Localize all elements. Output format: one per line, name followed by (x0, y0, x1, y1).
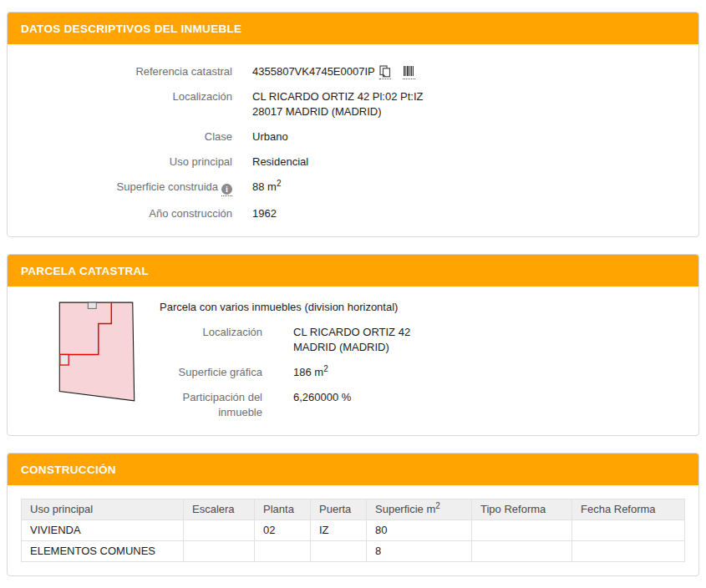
parcel-description: Parcela con varios inmuebles (division h… (160, 300, 685, 315)
section-datos-title: DATOS DESCRIPTIVOS DEL INMUEBLE (8, 13, 698, 44)
cell-uso: ELEMENTOS COMUNES (22, 541, 184, 562)
row-referencia-catastral: Referencia catastral 4355807VK4745E0007I… (21, 64, 685, 79)
parcela-localizacion-line2: MADRID (MADRID) (293, 340, 410, 355)
parcela-localizacion-line1: CL RICARDO ORTIZ 42 (293, 325, 410, 340)
row-localizacion: Localización CL RICARDO ORTIZ 42 Pl:02 P… (21, 89, 685, 119)
uso-principal-value: Residencial (252, 155, 308, 170)
clase-label: Clase (21, 129, 232, 144)
cell-planta (255, 541, 311, 562)
row-clase: Clase Urbano (21, 129, 685, 144)
cell-planta: 02 (255, 520, 311, 541)
referencia-catastral-value: 4355807VK4745E0007IP (252, 65, 375, 78)
localizacion-line1: CL RICARDO ORTIZ 42 Pl:02 Pt:IZ (252, 89, 423, 104)
localizacion-label: Localización (21, 89, 232, 119)
construction-table-header-row: Uso principal Escalera Planta Puerta Sup… (22, 499, 685, 520)
cell-tipo-reforma (472, 541, 572, 562)
cell-puerta: IZ (311, 520, 367, 541)
row-uso-principal: Uso principal Residencial (21, 155, 685, 170)
uso-principal-label: Uso principal (21, 155, 232, 170)
table-row-vivienda: VIVIENDA 02 IZ 80 (22, 520, 685, 541)
superficie-construida-label: Superficie construidai (21, 180, 232, 196)
section-construccion-title: CONSTRUCCIÓN (8, 454, 698, 485)
anio-construccion-label: Año construcción (21, 206, 232, 221)
cell-tipo-reforma (472, 520, 572, 541)
copy-icon[interactable] (379, 65, 391, 79)
section-parcela-title: PARCELA CATASTRAL (8, 255, 698, 286)
cell-superficie: 8 (367, 541, 472, 562)
col-tipo-reforma: Tipo Reforma (472, 499, 572, 520)
cell-escalera (184, 541, 255, 562)
clase-value: Urbano (252, 129, 288, 144)
section-datos-body: Referencia catastral 4355807VK4745E0007I… (8, 44, 698, 236)
parcela-localizacion-label: Localización (160, 325, 262, 355)
row-superficie-construida: Superficie construidai 88 m2 (21, 180, 685, 196)
col-puerta: Puerta (311, 499, 367, 520)
superficie-grafica-label: Superficie gráfica (160, 365, 262, 380)
cell-escalera (184, 520, 255, 541)
cell-fecha-reforma (572, 520, 685, 541)
table-row-elementos-comunes: ELEMENTOS COMUNES 8 (22, 541, 685, 562)
section-construccion: CONSTRUCCIÓN Uso principal Escalera Plan… (7, 453, 699, 576)
participacion-value: 6,260000 % (293, 390, 351, 420)
row-participacion: Participación del inmueble 6,260000 % (160, 390, 685, 420)
page: { "theme": { "accent_color": "#FFA400", … (0, 0, 706, 588)
barcode-icon[interactable] (403, 66, 415, 79)
superficie-construida-value: 88 m2 (252, 180, 281, 196)
referencia-label: Referencia catastral (21, 64, 232, 79)
parcel-sketch-icon[interactable] (58, 300, 136, 408)
col-superficie: Superficie m2 (367, 499, 472, 520)
construction-table: Uso principal Escalera Planta Puerta Sup… (21, 499, 685, 562)
section-parcela-body: Parcela con varios inmuebles (division h… (8, 286, 698, 435)
row-anio-construccion: Año construcción 1962 (21, 206, 685, 221)
section-datos-descriptivos: DATOS DESCRIPTIVOS DEL INMUEBLE Referenc… (7, 12, 699, 237)
participacion-label: Participación del inmueble (160, 390, 262, 420)
row-superficie-grafica: Superficie gráfica 186 m2 (160, 365, 685, 380)
localizacion-value: CL RICARDO ORTIZ 42 Pl:02 Pt:IZ 28017 MA… (252, 89, 423, 119)
section-parcela-catastral: PARCELA CATASTRAL Parcela con varios inm… (7, 254, 699, 436)
parcela-localizacion-value: CL RICARDO ORTIZ 42 MADRID (MADRID) (293, 325, 410, 355)
anio-construccion-value: 1962 (252, 206, 277, 221)
row-parcela-localizacion: Localización CL RICARDO ORTIZ 42 MADRID … (160, 325, 685, 355)
cell-uso: VIVIENDA (22, 520, 184, 541)
section-construccion-body: Uso principal Escalera Planta Puerta Sup… (8, 485, 698, 575)
cell-fecha-reforma (572, 541, 685, 562)
referencia-value-cell: 4355807VK4745E0007IP (252, 64, 415, 79)
info-icon[interactable]: i (221, 184, 232, 196)
col-uso-principal: Uso principal (22, 499, 184, 520)
parcel-content: Parcela con varios inmuebles (division h… (160, 300, 685, 420)
col-fecha-reforma: Fecha Reforma (572, 499, 685, 520)
col-planta: Planta (255, 499, 311, 520)
cell-puerta (311, 541, 367, 562)
localizacion-line2: 28017 MADRID (MADRID) (252, 104, 423, 119)
superficie-grafica-value: 186 m2 (293, 365, 328, 380)
cell-superficie: 80 (367, 520, 472, 541)
col-escalera: Escalera (184, 499, 255, 520)
